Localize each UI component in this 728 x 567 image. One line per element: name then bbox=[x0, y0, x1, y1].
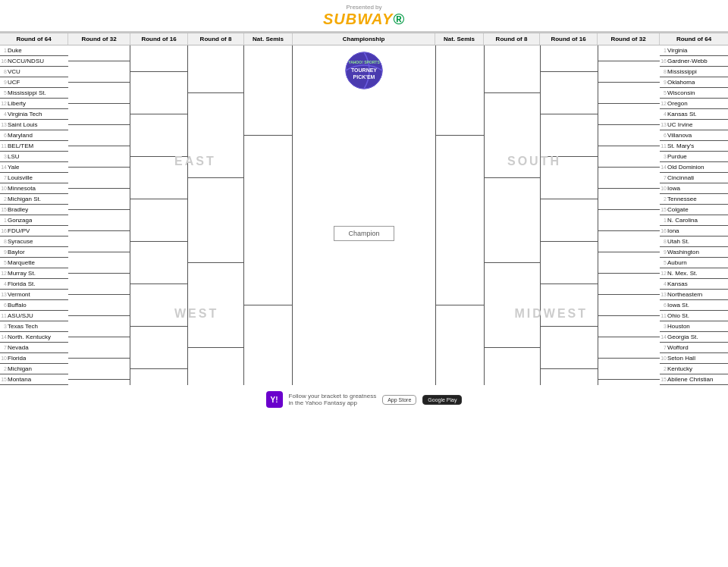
bracket-slot[interactable] bbox=[598, 284, 660, 295]
bracket-slot[interactable] bbox=[540, 316, 598, 327]
team-entry[interactable]: 1 N. Carolina bbox=[660, 215, 728, 226]
team-entry[interactable]: 3 LSU bbox=[0, 152, 68, 162]
team-entry[interactable]: 1 Duke bbox=[0, 45, 68, 56]
bracket-slot[interactable] bbox=[598, 136, 660, 146]
bracket-slot[interactable] bbox=[540, 146, 598, 157]
team-entry[interactable]: 4 Kansas bbox=[660, 279, 728, 290]
bracket-slot[interactable] bbox=[188, 168, 244, 178]
team-entry[interactable]: 12 Murray St. bbox=[0, 268, 68, 279]
team-entry[interactable]: 16 Gardner-Webb bbox=[660, 56, 728, 67]
bracket-slot[interactable] bbox=[598, 93, 660, 104]
team-entry[interactable]: 1 Virginia bbox=[660, 45, 728, 56]
bracket-slot[interactable] bbox=[435, 125, 484, 136]
team-entry[interactable]: 7 Louisville bbox=[0, 173, 68, 183]
team-entry[interactable]: 13 UC Irvine bbox=[660, 120, 728, 130]
team-entry[interactable]: 11 Ohio St. bbox=[660, 311, 728, 321]
team-entry[interactable]: 9 Oklahoma bbox=[660, 77, 728, 88]
team-entry[interactable]: 4 Florida St. bbox=[0, 279, 68, 290]
team-entry[interactable]: 5 Mississippi St. bbox=[0, 88, 68, 99]
team-entry[interactable]: 3 Houston bbox=[660, 321, 728, 332]
bracket-slot[interactable] bbox=[484, 83, 540, 93]
team-entry[interactable]: 6 Iowa St. bbox=[660, 300, 728, 311]
team-entry[interactable]: 5 Auburn bbox=[660, 258, 728, 268]
bracket-slot[interactable] bbox=[598, 305, 660, 316]
team-entry[interactable]: 14 North. Kentucky bbox=[0, 332, 68, 343]
bracket-slot[interactable] bbox=[130, 146, 188, 157]
team-entry[interactable]: 5 Wisconsin bbox=[660, 88, 728, 99]
bracket-slot[interactable] bbox=[435, 295, 484, 305]
bracket-slot[interactable] bbox=[598, 157, 660, 168]
team-entry[interactable]: 2 Michigan St. bbox=[0, 194, 68, 205]
bracket-slot[interactable] bbox=[540, 189, 598, 199]
bracket-slot[interactable] bbox=[130, 316, 188, 327]
bracket-slot[interactable] bbox=[598, 199, 660, 210]
bracket-slot[interactable] bbox=[130, 274, 188, 284]
bracket-slot[interactable] bbox=[130, 104, 188, 114]
bracket-slot[interactable] bbox=[540, 61, 598, 72]
team-entry[interactable]: 7 Cincinnati bbox=[660, 173, 728, 183]
team-entry[interactable]: 12 Oregon bbox=[660, 99, 728, 109]
bracket-slot[interactable] bbox=[598, 369, 660, 380]
team-entry[interactable]: 15 Abilene Christian bbox=[660, 374, 728, 385]
team-entry[interactable]: 13 Northeastern bbox=[660, 290, 728, 300]
team-entry[interactable]: 11 St. Mary's bbox=[660, 141, 728, 152]
team-entry[interactable]: 2 Tennessee bbox=[660, 194, 728, 205]
team-entry[interactable]: 11 ASU/SJU bbox=[0, 311, 68, 321]
bracket-slot[interactable] bbox=[188, 252, 244, 263]
team-entry[interactable]: 1 Gonzaga bbox=[0, 215, 68, 226]
team-entry[interactable]: 9 Baylor bbox=[0, 247, 68, 258]
bracket-slot[interactable] bbox=[598, 327, 660, 337]
team-entry[interactable]: 7 Wofford bbox=[660, 343, 728, 353]
bracket-slot[interactable] bbox=[598, 178, 660, 189]
team-entry[interactable]: 8 Mississippi bbox=[660, 67, 728, 77]
bracket-slot[interactable] bbox=[130, 231, 188, 242]
bracket-slot[interactable] bbox=[68, 242, 130, 252]
bracket-slot[interactable] bbox=[484, 252, 540, 263]
bracket-slot[interactable] bbox=[598, 114, 660, 125]
team-entry[interactable]: 10 Iowa bbox=[660, 183, 728, 194]
team-entry[interactable]: 7 Nevada bbox=[0, 343, 68, 353]
bracket-slot[interactable] bbox=[68, 178, 130, 189]
bracket-slot[interactable] bbox=[68, 284, 130, 295]
team-entry[interactable]: 12 N. Mex. St. bbox=[660, 268, 728, 279]
team-entry[interactable]: 4 Virginia Tech bbox=[0, 109, 68, 120]
bracket-slot[interactable] bbox=[540, 274, 598, 284]
bracket-slot[interactable] bbox=[68, 72, 130, 83]
bracket-slot[interactable] bbox=[188, 83, 244, 93]
bracket-slot[interactable] bbox=[68, 369, 130, 380]
team-entry[interactable]: 15 Colgate bbox=[660, 205, 728, 215]
bracket-slot[interactable] bbox=[540, 359, 598, 369]
app-store-btn[interactable]: App Store bbox=[382, 395, 416, 405]
team-entry[interactable]: 6 Buffalo bbox=[0, 300, 68, 311]
bracket-slot[interactable] bbox=[598, 348, 660, 359]
team-entry[interactable]: 2 Michigan bbox=[0, 364, 68, 374]
team-entry[interactable]: 10 Florida bbox=[0, 353, 68, 364]
bracket-slot[interactable] bbox=[68, 114, 130, 125]
team-entry[interactable]: 9 UCF bbox=[0, 77, 68, 88]
team-entry[interactable]: 3 Purdue bbox=[660, 152, 728, 162]
bracket-slot[interactable] bbox=[68, 221, 130, 231]
bracket-slot[interactable] bbox=[244, 295, 293, 305]
team-entry[interactable]: 14 Yale bbox=[0, 162, 68, 173]
bracket-slot[interactable] bbox=[68, 157, 130, 168]
team-entry[interactable]: 11 BEL/TEM bbox=[0, 141, 68, 152]
bracket-slot[interactable] bbox=[598, 221, 660, 231]
bracket-slot[interactable] bbox=[68, 327, 130, 337]
team-entry[interactable]: 15 Bradley bbox=[0, 205, 68, 215]
bracket-slot[interactable] bbox=[484, 337, 540, 348]
team-entry[interactable]: 13 Vermont bbox=[0, 290, 68, 300]
team-entry[interactable]: 12 Liberty bbox=[0, 99, 68, 109]
team-entry[interactable]: 8 Utah St. bbox=[660, 237, 728, 247]
bracket-slot[interactable] bbox=[68, 199, 130, 210]
bracket-slot[interactable] bbox=[540, 231, 598, 242]
team-entry[interactable]: 9 Washington bbox=[660, 247, 728, 258]
team-entry[interactable]: 15 Montana bbox=[0, 374, 68, 385]
champion-box[interactable]: Champion bbox=[334, 226, 394, 241]
bracket-slot[interactable] bbox=[130, 189, 188, 199]
google-play-btn[interactable]: Google Play bbox=[422, 395, 462, 405]
team-entry[interactable]: 14 Georgia St. bbox=[660, 332, 728, 343]
bracket-slot[interactable] bbox=[68, 348, 130, 359]
team-entry[interactable]: 3 Texas Tech bbox=[0, 321, 68, 332]
team-entry[interactable]: 10 Minnesota bbox=[0, 183, 68, 194]
team-entry[interactable]: 13 Saint Louis bbox=[0, 120, 68, 130]
